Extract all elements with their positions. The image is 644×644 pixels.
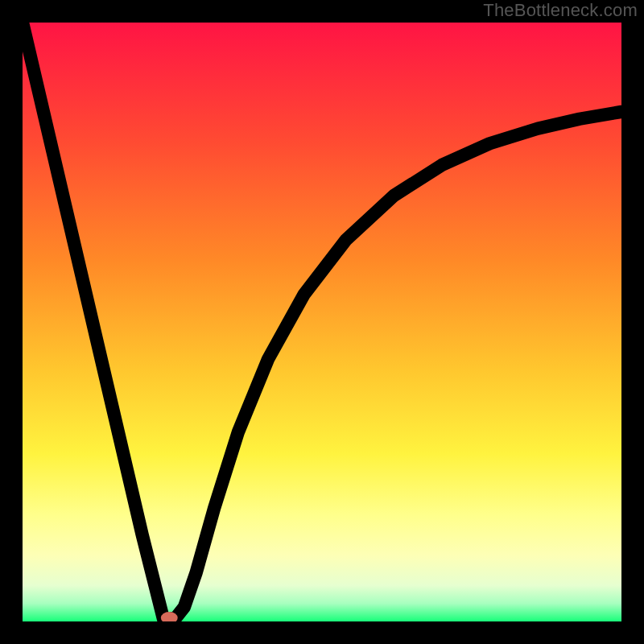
watermark-text: TheBottleneck.com	[483, 0, 638, 21]
chart-svg	[23, 23, 621, 621]
chart-frame: TheBottleneck.com	[0, 0, 644, 644]
gradient-background	[23, 23, 621, 621]
plot-area	[23, 23, 621, 621]
